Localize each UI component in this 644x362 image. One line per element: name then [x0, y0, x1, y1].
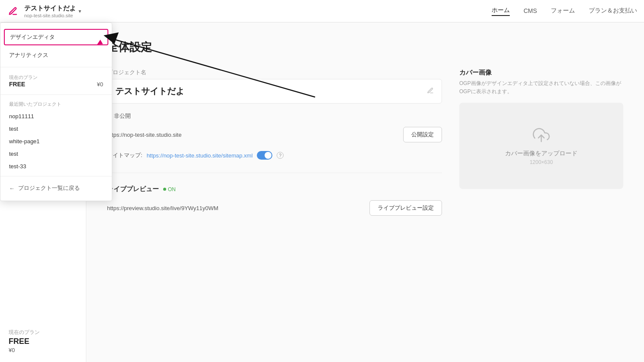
dropdown-divider-3 [0, 176, 112, 176]
logo-icon [7, 5, 19, 17]
dropdown-project-1[interactable]: test [0, 123, 112, 135]
sitemap-row: サイトマップ: https://nop-test-site.studio.sit… [107, 151, 442, 160]
top-nav: ホーム CMS フォーム プラン＆お支払い [492, 6, 637, 16]
page-title: 全体設定 [107, 40, 623, 55]
cover-upload-size: 1200×630 [530, 159, 553, 165]
cover-panel: カバー画像 OGP画像がデザインエディタ上で設定されていない場合、この画像がOG… [459, 69, 623, 216]
main-content: 全体設定 プロジェクト名 テストサイトだよ 非公開 [86, 22, 644, 362]
url-row: https://nop-test-site.studio.site 公開設定 [107, 127, 442, 142]
dropdown-plan-name: FREE [9, 81, 25, 88]
dropdown-divider-1 [0, 67, 112, 67]
project-dropdown: デザインエディタ アナリティクス 現在のプラン FREE ¥0 最近開いたプロジ… [0, 22, 112, 201]
dropdown-plan-section: 現在のプラン FREE ¥0 [0, 71, 112, 91]
project-info: テストサイトだよ nop-test-site.studio.site [24, 4, 76, 18]
live-preview-section: ライブプレビュー ON https://preview.studio.site/… [107, 173, 442, 216]
nav-plan[interactable]: プラン＆お支払い [589, 7, 637, 16]
project-name: テストサイトだよ [24, 4, 76, 13]
cover-upload-area[interactable]: カバー画像をアップロード 1200×630 [459, 103, 623, 189]
dropdown-plan-label: 現在のプラン [9, 74, 103, 81]
preview-settings-button[interactable]: ライブプレビュー設定 [369, 200, 442, 216]
cover-title: カバー画像 [459, 69, 623, 77]
dropdown-plan-price: ¥0 [97, 81, 103, 88]
preview-url-row: https://preview.studio.site/live/9YWy11y… [107, 200, 442, 216]
upload-icon [533, 126, 550, 145]
dropdown-project-4[interactable]: test-33 [0, 160, 112, 173]
live-on-badge: ON [163, 186, 176, 192]
project-name-row: テストサイトだよ [107, 79, 442, 104]
cover-desc: OGP画像がデザインエディタ上で設定されていない場合、この画像がOGPに表示され… [459, 79, 623, 96]
dropdown-plan-row: FREE ¥0 [9, 81, 103, 88]
topbar: テストサイトだよ nop-test-site.studio.site ▾ ホーム… [0, 0, 644, 22]
nav-form[interactable]: フォーム [551, 7, 575, 16]
dropdown-divider-2 [0, 94, 112, 95]
dropdown-project-2[interactable]: white-page1 [0, 135, 112, 148]
dropdown-project-3[interactable]: test [0, 148, 112, 160]
settings-left: プロジェクト名 テストサイトだよ 非公開 [107, 69, 442, 216]
sitemap-toggle[interactable] [257, 151, 272, 160]
sidebar-plan-name: FREE [9, 337, 40, 346]
live-preview-label: ライブプレビュー [107, 185, 159, 193]
content-grid: プロジェクト名 テストサイトだよ 非公開 [107, 69, 623, 216]
project-name-value: テストサイトだよ [115, 85, 184, 97]
chevron-down-icon: ▾ [79, 8, 81, 14]
publish-button[interactable]: 公開設定 [403, 127, 442, 142]
edit-icon[interactable] [427, 87, 434, 96]
dropdown-design-editor[interactable]: デザインエディタ [4, 29, 108, 45]
help-icon[interactable]: ? [277, 152, 284, 159]
sitemap-url[interactable]: https://nop-test-site.studio.site/sitema… [147, 152, 253, 159]
on-dot [163, 188, 166, 191]
project-subdomain: nop-test-site.studio.site [24, 13, 76, 18]
site-url: https://nop-test-site.studio.site [107, 132, 396, 138]
sidebar-plan-price: ¥0 [9, 347, 40, 353]
dropdown-back[interactable]: ← プロジェクト一覧に戻る [0, 180, 112, 196]
sidebar-plan: 現在のプラン FREE ¥0 [9, 329, 40, 353]
on-text: ON [168, 186, 176, 192]
dropdown-project-0[interactable]: nop11111 [0, 110, 112, 123]
preview-url: https://preview.studio.site/live/9YWy11y… [107, 205, 363, 211]
project-switcher[interactable]: テストサイトだよ nop-test-site.studio.site ▾ [24, 4, 81, 18]
status-row: 非公開 [107, 112, 442, 120]
live-preview-label-row: ライブプレビュー ON [107, 185, 442, 193]
project-name-label: プロジェクト名 [107, 69, 442, 76]
back-label: プロジェクト一覧に戻る [18, 184, 80, 192]
back-arrow-icon: ← [9, 185, 15, 192]
nav-home[interactable]: ホーム [492, 6, 510, 16]
dropdown-analytics[interactable]: アナリティクス [0, 47, 112, 63]
sitemap-label: サイトマップ: [107, 151, 142, 159]
dropdown-recent-label: 最近開いたプロジェクト [0, 98, 112, 110]
sidebar-plan-label: 現在のプラン [9, 329, 40, 336]
nav-cms[interactable]: CMS [524, 7, 537, 15]
cover-upload-label: カバー画像をアップロード [505, 150, 578, 157]
